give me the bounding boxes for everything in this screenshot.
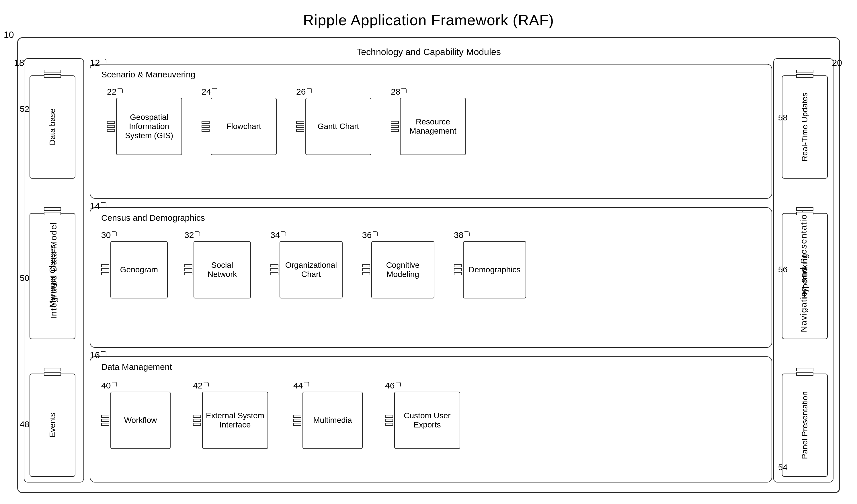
datamgt-title: Data Management (101, 362, 172, 372)
ref-32: 32 (184, 230, 194, 240)
mod-26-container: 26 Gantt Chart (296, 87, 371, 155)
census-title: Census and Demographics (101, 213, 205, 223)
ref-28: 28 (391, 87, 400, 97)
hyperlinking-box: Hyperlinking (782, 213, 828, 339)
page-title: Ripple Application Framework (RAF) (0, 0, 857, 37)
ref-30: 30 (101, 230, 111, 240)
mod-28-container: 28 Resource Management (391, 87, 466, 155)
mod-42-container: 42 External System Interface (193, 381, 268, 449)
mgr-connector (44, 207, 61, 215)
ref-18: 18 (14, 57, 24, 68)
manager-label: Manager Classes (48, 245, 57, 307)
panel-box: Panel Presentation (782, 373, 828, 477)
tech-label: Technology and Capability Modules (356, 47, 501, 57)
mod-44-container: 44 Multimedia (293, 381, 363, 449)
events-label: Events (48, 413, 57, 437)
ref-36: 36 (362, 230, 372, 240)
mod-32-container: 32 Social Network (184, 230, 251, 299)
ref-44: 44 (293, 381, 303, 390)
mod-34-container: 34 Organizational Chart (270, 230, 342, 299)
ref-52: 52 (20, 104, 29, 114)
pp-connector (796, 368, 813, 376)
realtime-label: Real-Time Updates (800, 93, 809, 162)
ref-16: 16 (90, 350, 100, 360)
mod-36-container: 36 Cognitive Modeling (362, 230, 434, 299)
ref-40: 40 (101, 381, 111, 390)
scenario-title: Scenario & Maneuvering (101, 70, 196, 80)
ref-54: 54 (778, 463, 788, 472)
events-box: Events (30, 373, 75, 477)
mod-40-container: 40 Workflow (101, 381, 171, 449)
ref-22: 22 (107, 87, 116, 97)
mod-22-container: 22 Geospatial Information System (GIS) (107, 87, 182, 155)
ref-56: 56 (778, 265, 788, 274)
ref-46: 46 (385, 381, 394, 390)
db-connector (44, 70, 61, 78)
database-box: Data base (30, 75, 75, 179)
ref-20: 20 (832, 57, 842, 68)
mod-30-container: 30 Genogram (101, 230, 168, 299)
ref-26: 26 (296, 87, 306, 97)
panel-label: Panel Presentation (800, 391, 809, 459)
outer-frame: 10 Technology and Capability Modules 18 … (17, 37, 840, 493)
ref-38: 38 (454, 230, 463, 240)
ref-42: 42 (193, 381, 202, 390)
mod-24-container: 24 Flowchart (202, 87, 277, 155)
ref-14: 14 (90, 201, 100, 212)
rt-connector (796, 70, 813, 78)
realtime-box: Real-Time Updates (782, 75, 828, 179)
ref-34: 34 (270, 230, 280, 240)
ref-24: 24 (202, 87, 211, 97)
ref-58: 58 (778, 113, 788, 122)
mod-46-container: 46 Custom User Exports (385, 381, 460, 449)
ref-50: 50 (20, 273, 29, 283)
manager-box: Manager Classes (30, 213, 75, 339)
ref-14-container: 14 (90, 201, 106, 212)
hy-connector (796, 207, 813, 215)
database-label: Data base (48, 108, 57, 145)
ref-48: 48 (20, 419, 29, 429)
ref-10: 10 (4, 30, 14, 40)
ref-12-container: 12 (90, 57, 106, 68)
evt-connector (44, 368, 61, 376)
ref-12: 12 (90, 57, 100, 68)
hyperlinking-label: Hyperlinking (800, 254, 809, 298)
ref-16-container: 16 (90, 350, 106, 360)
mod-38-container: 38 Demographics (454, 230, 526, 299)
